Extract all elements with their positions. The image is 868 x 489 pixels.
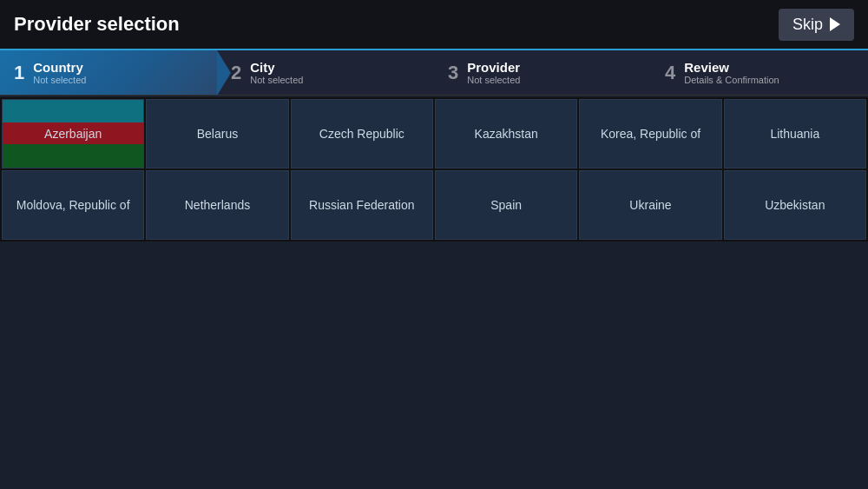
country-grid: Azerbaijan Belarus Czech Republic Kazakh… bbox=[0, 97, 868, 241]
page-title: Provider selection bbox=[14, 13, 180, 36]
step-4-number: 4 bbox=[665, 62, 675, 84]
skip-button[interactable]: Skip bbox=[779, 9, 854, 41]
step-3-sublabel: Not selected bbox=[467, 75, 520, 85]
country-cell-russian-federation[interactable]: Russian Federation bbox=[291, 170, 433, 240]
step-2-label: City bbox=[250, 60, 303, 75]
country-name-azerbaijan: Azerbaijan bbox=[44, 127, 102, 141]
country-name-moldova: Moldova, Republic of bbox=[16, 198, 130, 212]
step-3-label: Provider bbox=[467, 60, 520, 75]
country-cell-moldova[interactable]: Moldova, Republic of bbox=[2, 170, 144, 240]
step-1-label: Country bbox=[33, 60, 86, 75]
step-review[interactable]: 4 Review Details & Confirmation bbox=[651, 50, 868, 95]
country-name-lithuania: Lithuania bbox=[770, 127, 819, 141]
country-cell-lithuania[interactable]: Lithuania bbox=[724, 99, 866, 169]
step-4-sublabel: Details & Confirmation bbox=[684, 75, 779, 85]
step-country[interactable]: 1 Country Not selected bbox=[0, 50, 217, 95]
step-4-label: Review bbox=[684, 60, 779, 75]
country-cell-azerbaijan[interactable]: Azerbaijan bbox=[2, 99, 144, 169]
step-1-sublabel: Not selected bbox=[33, 75, 86, 85]
country-cell-czech-republic[interactable]: Czech Republic bbox=[291, 99, 433, 169]
step-1-number: 1 bbox=[14, 62, 24, 84]
country-name-russian-federation: Russian Federation bbox=[309, 198, 414, 212]
country-cell-ukraine[interactable]: Ukraine bbox=[579, 170, 721, 240]
country-name-korea: Korea, Republic of bbox=[601, 127, 700, 141]
arrow-right-icon bbox=[830, 17, 840, 31]
step-city[interactable]: 2 City Not selected bbox=[217, 50, 434, 95]
country-name-belarus: Belarus bbox=[197, 127, 238, 141]
country-name-czech-republic: Czech Republic bbox=[319, 127, 404, 141]
country-name-spain: Spain bbox=[490, 198, 522, 212]
step-2-sublabel: Not selected bbox=[250, 75, 303, 85]
header-bar: Provider selection Skip bbox=[0, 0, 868, 50]
country-cell-netherlands[interactable]: Netherlands bbox=[146, 170, 288, 240]
country-cell-kazakhstan[interactable]: Kazakhstan bbox=[435, 99, 577, 169]
step-provider[interactable]: 3 Provider Not selected bbox=[434, 50, 651, 95]
country-cell-spain[interactable]: Spain bbox=[435, 170, 577, 240]
country-cell-belarus[interactable]: Belarus bbox=[146, 99, 288, 169]
step-3-number: 3 bbox=[448, 62, 458, 84]
country-name-netherlands: Netherlands bbox=[185, 198, 251, 212]
country-cell-uzbekistan[interactable]: Uzbekistan bbox=[724, 170, 866, 240]
country-name-uzbekistan: Uzbekistan bbox=[765, 198, 825, 212]
country-cell-korea[interactable]: Korea, Republic of bbox=[579, 99, 721, 169]
step-2-number: 2 bbox=[231, 62, 241, 84]
skip-label: Skip bbox=[792, 16, 823, 34]
country-name-ukraine: Ukraine bbox=[629, 198, 671, 212]
country-name-kazakhstan: Kazakhstan bbox=[475, 127, 538, 141]
steps-navigation: 1 Country Not selected 2 City Not select… bbox=[0, 50, 868, 96]
